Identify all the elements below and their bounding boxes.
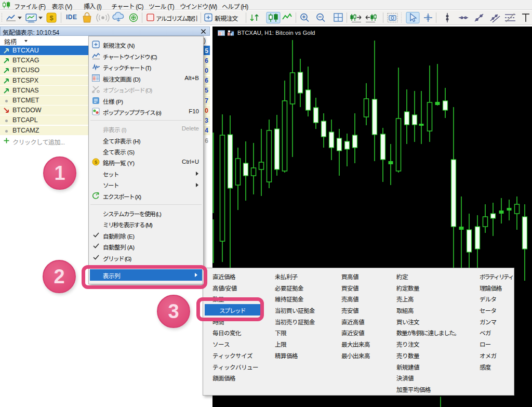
svg-text:$: $ <box>49 14 54 22</box>
